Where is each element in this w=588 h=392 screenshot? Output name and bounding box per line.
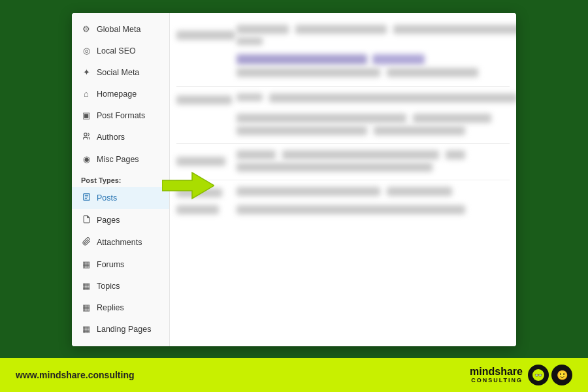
posts-icon [81,193,91,203]
footer-logo: mindshare CONSULTING 👓 🙂 [470,365,572,385]
sidebar-item-authors[interactable]: Authors [72,126,169,148]
location-icon: ◎ [81,46,91,56]
topics-icon: ▦ [81,281,91,291]
sidebar-label: Misc Pages [97,155,139,164]
sidebar-label: Social Meta [97,68,139,77]
sidebar-item-topics[interactable]: ▦ Topics [72,275,169,297]
sidebar-label: Landing Pages [97,325,151,334]
forums-icon: ▦ [81,259,91,269]
sidebar-item-landing-pages[interactable]: ▦ Landing Pages [72,318,169,340]
sidebar-label: Replies [97,303,124,312]
authors-icon [81,132,91,142]
gear-icon: ⚙ [81,24,91,34]
social-icon: ✦ [81,67,91,77]
post-formats-icon: ▣ [81,110,91,120]
sidebar-item-pages[interactable]: Pages [72,209,169,231]
sidebar-item-post-formats[interactable]: ▣ Post Formats [72,105,169,126]
sidebar-item-posts[interactable]: Posts [72,187,169,209]
logo-brand: mindshare [470,367,523,377]
replies-icon: ▦ [81,302,91,312]
landing-pages-icon: ▦ [81,324,91,334]
sidebar: ⚙ Global Meta ◎ Local SEO ✦ Social Meta … [72,13,170,346]
sidebar-label: Local SEO [97,46,136,56]
sidebar-item-global-meta[interactable]: ⚙ Global Meta [72,18,169,40]
sidebar-item-projects[interactable]: ▦ Projects [72,340,169,346]
sidebar-item-local-seo[interactable]: ◎ Local SEO [72,40,169,61]
sidebar-label: Homepage [97,90,137,99]
sidebar-label: Attachments [97,238,142,247]
home-icon: ⌂ [81,89,91,99]
sidebar-label: Pages [97,216,120,225]
sidebar-label: Posts [97,193,117,203]
footer-bar: www.mindshare.consulting mindshare CONSU… [0,358,588,392]
sidebar-label: Projects [97,346,126,347]
sidebar-item-forums[interactable]: ▦ Forums [72,253,169,275]
footer-url: www.mindshare.consulting [16,370,135,380]
sidebar-label: Forums [97,260,124,269]
sidebar-label: Post Formats [97,111,145,120]
sidebar-item-homepage[interactable]: ⌂ Homepage [72,83,169,105]
logo-icons: 👓 🙂 [528,365,572,385]
misc-icon: ◉ [81,154,91,164]
sidebar-item-social-meta[interactable]: ✦ Social Meta [72,61,169,83]
sidebar-label: Authors [97,133,125,142]
content-area [170,13,516,346]
sidebar-label: Topics [97,282,120,291]
section-label-post-types: Post Types: [72,170,169,187]
sidebar-item-replies[interactable]: ▦ Replies [72,297,169,318]
projects-icon: ▦ [81,346,91,346]
sidebar-label: Global Meta [97,25,140,34]
pages-icon [81,215,91,225]
logo-subtitle: CONSULTING [470,377,523,384]
main-panel: ⚙ Global Meta ◎ Local SEO ✦ Social Meta … [72,13,516,346]
svg-point-0 [84,133,86,136]
sidebar-item-attachments[interactable]: Attachments [72,231,169,253]
sidebar-item-misc-pages[interactable]: ◉ Misc Pages [72,148,169,170]
attachments-icon [81,237,91,248]
